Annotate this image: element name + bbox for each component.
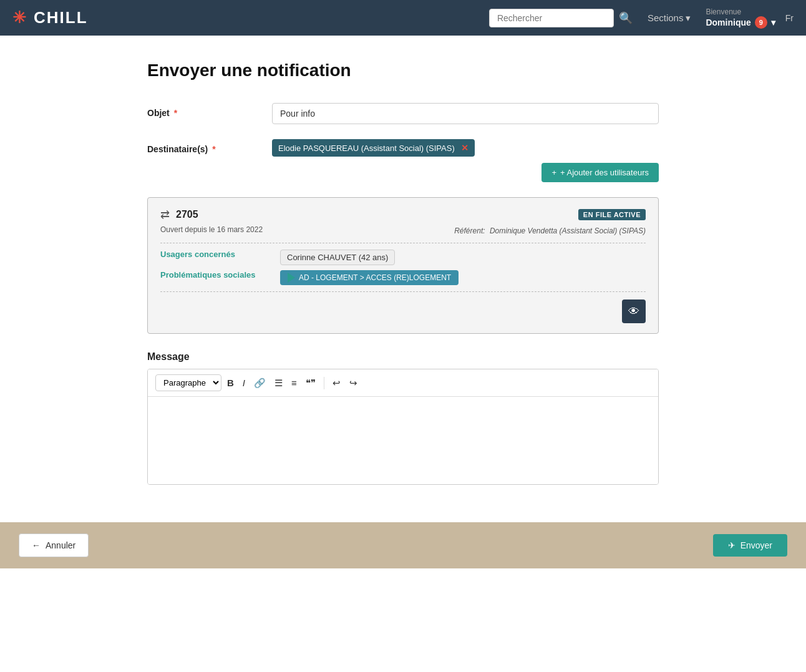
italic-button[interactable]: I bbox=[240, 376, 248, 390]
language-switcher[interactable]: Fr bbox=[785, 13, 794, 23]
add-users-label: + Ajouter des utilisateurs bbox=[560, 168, 649, 177]
problematiques-label: Problématiques sociales bbox=[160, 270, 273, 280]
card-footer: 👁 bbox=[160, 299, 646, 323]
add-users-button[interactable]: + + Ajouter des utilisateurs bbox=[541, 163, 659, 182]
card-opened: Ouvert depuis le 16 mars 2022 bbox=[160, 225, 263, 234]
destinataires-field: Elodie PASQUEREAU (Assistant Social) (SI… bbox=[272, 139, 659, 182]
toolbar-separator bbox=[324, 377, 324, 389]
social-tag: AD - LOGEMENT > ACCES (RE)LOGEMENT bbox=[280, 270, 459, 285]
message-section: Message Paragraphe B I 🔗 ☰ ≡ ❝❞ ↩ ↪ bbox=[147, 351, 659, 485]
objet-row: Objet * bbox=[147, 103, 659, 124]
recipient-tag: Elodie PASQUEREAU (Assistant Social) (SI… bbox=[272, 139, 475, 157]
cancel-label: Annuler bbox=[46, 540, 75, 550]
problematiques-row: Problématiques sociales AD - LOGEMENT > … bbox=[160, 270, 646, 285]
navbar: ✳ CHILL 🔍 Sections ▾ Bienvenue Dominique… bbox=[0, 0, 806, 36]
shuffle-icon: ⇄ bbox=[160, 208, 170, 222]
bold-button[interactable]: B bbox=[224, 376, 237, 390]
card-title-row: ⇄ 2705 bbox=[160, 208, 198, 222]
brand-name: CHILL bbox=[34, 8, 88, 27]
send-icon: ✈ bbox=[728, 540, 736, 550]
send-button[interactable]: ✈ Envoyer bbox=[713, 534, 787, 557]
editor-toolbar: Paragraphe B I 🔗 ☰ ≡ ❝❞ ↩ ↪ bbox=[148, 369, 658, 397]
redo-button[interactable]: ↪ bbox=[346, 376, 361, 391]
brand-link[interactable]: ✳ CHILL bbox=[12, 8, 88, 27]
card-referent: Référent: Dominique Vendetta (Assistant … bbox=[454, 226, 646, 235]
cancel-arrow-icon: ← bbox=[32, 540, 41, 550]
link-button[interactable]: 🔗 bbox=[251, 376, 269, 391]
welcome-label: Bienvenue bbox=[706, 7, 741, 16]
send-label: Envoyer bbox=[740, 540, 772, 550]
username-area: Dominique 9 ▾ bbox=[706, 16, 775, 29]
undo-button[interactable]: ↩ bbox=[329, 376, 344, 391]
referent-prefix: Référent: bbox=[454, 226, 485, 235]
card-header: ⇄ 2705 EN FILE ACTIVE bbox=[160, 208, 646, 222]
card-divider bbox=[160, 243, 646, 243]
destinataires-row: Destinataire(s) * Elodie PASQUEREAU (Ass… bbox=[147, 139, 659, 182]
social-tag-label: AD - LOGEMENT > ACCES (RE)LOGEMENT bbox=[299, 273, 451, 282]
ordered-list-button[interactable]: ≡ bbox=[288, 376, 300, 390]
message-label: Message bbox=[147, 351, 659, 363]
referent-name: Dominique Vendetta (Assistant Social) (S… bbox=[490, 226, 646, 235]
paragraph-select[interactable]: Paragraphe bbox=[155, 374, 221, 391]
objet-required: * bbox=[174, 108, 177, 118]
view-button[interactable]: 👁 bbox=[622, 299, 646, 323]
search-area: 🔍 bbox=[489, 9, 633, 27]
objet-field bbox=[272, 103, 659, 124]
search-input[interactable] bbox=[489, 9, 614, 27]
unordered-list-button[interactable]: ☰ bbox=[271, 376, 286, 391]
recipient-wrapper: Elodie PASQUEREAU (Assistant Social) (SI… bbox=[272, 139, 659, 182]
destinataires-label: Destinataire(s) * bbox=[147, 139, 272, 154]
activity-card: ⇄ 2705 EN FILE ACTIVE Ouvert depuis le 1… bbox=[147, 197, 659, 334]
add-users-icon: + bbox=[551, 168, 556, 177]
status-badge: EN FILE ACTIVE bbox=[578, 209, 646, 220]
editor-body[interactable] bbox=[148, 397, 658, 484]
usager-tag: Corinne CHAUVET (42 ans) bbox=[280, 250, 395, 265]
lang-label: Fr bbox=[785, 13, 794, 23]
eye-icon: 👁 bbox=[628, 305, 639, 318]
usagers-label: Usagers concernés bbox=[160, 250, 273, 259]
sections-chevron-icon: ▾ bbox=[686, 12, 691, 24]
recipient-name: Elodie PASQUEREAU (Assistant Social) (SI… bbox=[278, 144, 455, 153]
username-label: Dominique bbox=[706, 17, 750, 27]
recipient-remove-button[interactable]: ✕ bbox=[461, 143, 469, 153]
sections-menu[interactable]: Sections ▾ bbox=[643, 10, 696, 26]
objet-label: Objet * bbox=[147, 103, 272, 118]
page-title: Envoyer une notification bbox=[147, 61, 659, 80]
search-button[interactable]: 🔍 bbox=[619, 11, 633, 25]
notification-badge: 9 bbox=[755, 16, 767, 29]
sections-label: Sections bbox=[648, 12, 684, 23]
editor-wrapper: Paragraphe B I 🔗 ☰ ≡ ❝❞ ↩ ↪ bbox=[147, 369, 659, 485]
card-divider-2 bbox=[160, 291, 646, 292]
user-chevron-icon: ▾ bbox=[771, 17, 775, 27]
usagers-row: Usagers concernés Corinne CHAUVET (42 an… bbox=[160, 250, 646, 265]
destinataires-required: * bbox=[212, 144, 215, 154]
social-arrow-icon bbox=[288, 273, 295, 283]
snowflake-icon: ✳ bbox=[12, 8, 27, 27]
form-actions: ← Annuler ✈ Envoyer bbox=[0, 522, 806, 568]
cancel-button[interactable]: ← Annuler bbox=[19, 533, 89, 557]
objet-input[interactable] bbox=[272, 103, 659, 124]
main-content: Envoyer une notification Objet * Destina… bbox=[135, 61, 671, 485]
card-number: 2705 bbox=[176, 209, 198, 220]
user-menu[interactable]: Bienvenue Dominique 9 ▾ bbox=[706, 7, 775, 29]
quote-button[interactable]: ❝❞ bbox=[303, 376, 319, 391]
